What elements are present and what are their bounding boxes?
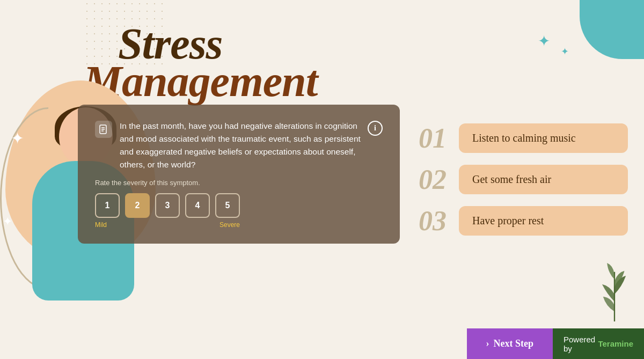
step-item-1: 01 Listen to calming music — [419, 123, 628, 153]
step-number-3: 03 — [419, 207, 459, 235]
powered-by-prefix: Powered by — [564, 335, 596, 353]
question-modal: In the past month, have you had negative… — [78, 105, 400, 244]
next-step-label: Next Step — [494, 338, 534, 349]
star-icon-top: ✦ — [538, 32, 550, 50]
modal-question-text: In the past month, have you had negative… — [120, 120, 362, 171]
powered-by-bar: Powered by Teramine — [553, 328, 644, 359]
modal-header: In the past month, have you had negative… — [95, 120, 383, 171]
modal-doc-icon — [95, 121, 112, 138]
label-severe: Severe — [219, 221, 240, 229]
step-label-2: Get some fresh air — [459, 165, 628, 194]
rating-btn-5[interactable]: 5 — [215, 193, 240, 218]
white-star-1: ✦ — [11, 129, 24, 148]
steps-list: 01 Listen to calming music 02 Get some f… — [419, 123, 628, 247]
powered-by-brand: Teramine — [598, 339, 633, 348]
rating-labels: Mild Severe — [95, 221, 240, 229]
rating-btn-3[interactable]: 3 — [155, 193, 180, 218]
step-item-2: 02 Get some fresh air — [419, 165, 628, 194]
step-number-1: 01 — [419, 124, 459, 152]
next-step-arrow: › — [486, 338, 489, 349]
bg-teal-corner — [580, 0, 644, 59]
rating-row: 1 2 3 4 5 — [95, 193, 383, 218]
next-step-button[interactable]: › Next Step — [467, 328, 553, 359]
plant-decoration — [596, 257, 633, 327]
step-label-1: Listen to calming music — [459, 123, 628, 153]
severity-label: Rate the severity of this symptom. — [95, 179, 383, 187]
star-icon-small: ✦ — [561, 46, 569, 57]
white-star-2: ✦ — [3, 215, 12, 229]
step-item-3: 03 Have proper rest — [419, 206, 628, 236]
rating-btn-1[interactable]: 1 — [95, 193, 120, 218]
info-icon[interactable]: i — [368, 121, 383, 136]
modal-question-row: In the past month, have you had negative… — [95, 120, 362, 171]
label-mild: Mild — [95, 221, 107, 229]
step-label-3: Have proper rest — [459, 206, 628, 236]
step-number-2: 02 — [419, 166, 459, 194]
rating-btn-4[interactable]: 4 — [185, 193, 210, 218]
rating-btn-2[interactable]: 2 — [125, 193, 150, 218]
